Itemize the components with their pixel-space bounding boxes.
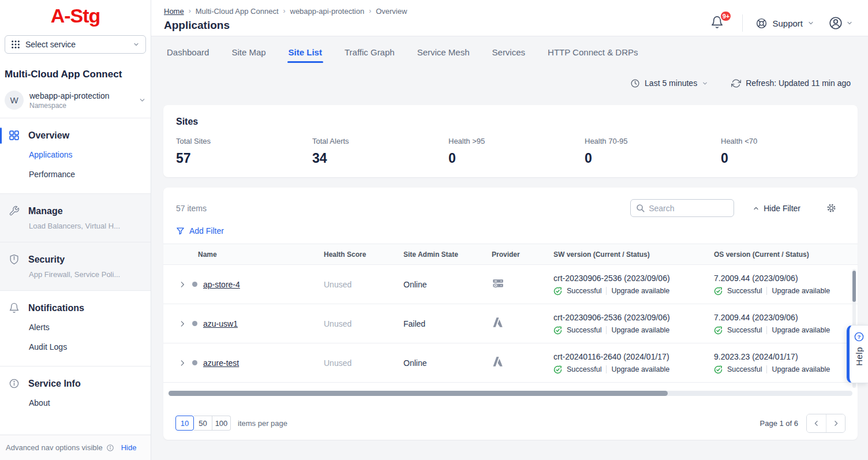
expand-row-button[interactable]: [178, 281, 186, 289]
namespace-selector[interactable]: W webapp-api-protection Namespace: [0, 84, 151, 118]
table-settings-button[interactable]: [826, 203, 837, 214]
column-header-os-version[interactable]: OS version (Current / Status): [714, 250, 858, 259]
breadcrumb-service[interactable]: Multi-Cloud App Connect: [196, 7, 279, 16]
tab-site-list[interactable]: Site List: [287, 44, 323, 63]
table-toolbar: 57 items Hide Filter: [163, 188, 858, 217]
sidebar-item-service-info[interactable]: Service Info: [0, 375, 151, 393]
chevron-down-icon: [846, 20, 853, 27]
tab-services[interactable]: Services: [491, 44, 527, 63]
sidebar-item-applications[interactable]: Applications: [0, 145, 151, 164]
horizontal-scrollbar-thumb[interactable]: [169, 391, 668, 396]
add-filter-button[interactable]: Add Filter: [163, 217, 237, 244]
column-header-provider[interactable]: Provider: [492, 250, 553, 259]
help-tab-label: Help: [854, 347, 864, 366]
sidebar-item-about[interactable]: About: [0, 393, 151, 413]
hide-filter-label: Hide Filter: [764, 204, 800, 213]
sidebar-item-label: Security: [28, 255, 65, 265]
tab-traffic-graph[interactable]: Traffic Graph: [343, 44, 396, 63]
column-header-name[interactable]: Name: [163, 250, 324, 259]
os-upgrade-label: Upgrade available: [772, 326, 830, 334]
sidebar: A-Stg Select service Multi-Cloud App Con…: [0, 0, 151, 460]
search-input[interactable]: [649, 204, 724, 213]
os-upgrade-label: Upgrade available: [772, 365, 830, 373]
sw-version-value: crt-20230906-2536 (2023/09/06): [553, 313, 708, 322]
breadcrumb-namespace[interactable]: webapp-api-protection: [290, 7, 365, 16]
site-status-dot: [192, 360, 197, 365]
content-area: Dashboard Site Map Site List Traffic Gra…: [151, 36, 868, 460]
refresh-status-label: Refresh: Updated 11 min ago: [746, 78, 851, 88]
hide-advanced-nav-link[interactable]: Hide: [121, 443, 137, 452]
tab-site-map[interactable]: Site Map: [230, 44, 267, 63]
os-upgrade-label: Upgrade available: [772, 287, 830, 295]
site-name-link[interactable]: azure-test: [203, 358, 239, 368]
column-header-health-score[interactable]: Health Score: [324, 250, 403, 259]
active-indicator: [0, 128, 2, 144]
advanced-nav-label: Advanced nav options visible: [6, 443, 103, 452]
sw-upgrade-label: Upgrade available: [611, 287, 669, 295]
select-service-dropdown[interactable]: Select service: [5, 35, 146, 54]
success-icon: [553, 326, 562, 335]
sites-stats: Total Sites 57 Total Alerts 34 Health >9…: [176, 137, 845, 166]
search-box: [630, 199, 734, 217]
breadcrumb-home[interactable]: Home: [164, 7, 184, 16]
site-name-link[interactable]: azu-usw1: [203, 319, 238, 328]
column-header-site-admin-state[interactable]: Site Admin State: [403, 250, 492, 259]
tab-dashboard[interactable]: Dashboard: [166, 44, 210, 63]
vertical-scrollbar-thumb[interactable]: [852, 271, 856, 302]
page-size-50[interactable]: 50: [194, 416, 212, 431]
site-name-link[interactable]: ap-store-4: [203, 280, 240, 289]
sidebar-item-label: Overview: [28, 130, 69, 141]
help-tab[interactable]: ? Help: [847, 325, 868, 383]
select-service-label: Select service: [25, 40, 128, 49]
table-row: azu-usw1 Unused Failed crt-20230906-2536…: [163, 304, 858, 343]
sidebar-item-performance[interactable]: Performance: [0, 164, 151, 184]
time-range-dropdown[interactable]: Last 5 minutes: [630, 78, 708, 88]
refresh-icon: [731, 78, 741, 88]
account-menu[interactable]: [828, 16, 853, 31]
refresh-button[interactable]: Refresh: Updated 11 min ago: [731, 78, 851, 88]
sidebar-item-alerts[interactable]: Alerts: [0, 317, 151, 337]
page-size-100[interactable]: 100: [212, 416, 231, 431]
breadcrumb-overview[interactable]: Overview: [376, 7, 407, 16]
admin-state-value: Online: [403, 280, 492, 289]
success-icon: [714, 287, 723, 296]
expand-row-button[interactable]: [178, 359, 186, 367]
breadcrumb-separator: ›: [189, 7, 191, 15]
breadcrumb: Home › Multi-Cloud App Connect › webapp-…: [164, 6, 407, 16]
health-score-value: Unused: [324, 319, 403, 328]
namespace-type-label: Namespace: [29, 102, 133, 110]
support-menu[interactable]: Support: [755, 17, 828, 29]
notifications-button[interactable]: 9+: [705, 13, 729, 33]
sidebar-item-audit-logs[interactable]: Audit Logs: [0, 337, 151, 357]
namespace-avatar: W: [5, 91, 24, 110]
sidebar-item-label: Service Info: [28, 379, 81, 389]
os-status-label: Successful: [727, 365, 762, 373]
sidebar-item-overview[interactable]: Overview: [0, 126, 151, 145]
site-status-dot: [192, 321, 197, 326]
divider: [766, 365, 767, 373]
nav-section-overview: Overview Applications Performance: [0, 118, 151, 193]
azure-icon: [492, 316, 504, 328]
tab-service-mesh[interactable]: Service Mesh: [416, 44, 471, 63]
previous-page-button[interactable]: [807, 414, 826, 432]
f5-appliance-icon: [492, 277, 504, 290]
shield-icon: [9, 254, 20, 265]
tab-http-connect-drps[interactable]: HTTP Connect & DRPs: [547, 44, 639, 63]
chevron-down-icon: [807, 20, 814, 27]
os-version-value: 7.2009.44 (2023/09/06): [714, 274, 852, 283]
app-launcher-icon: [11, 40, 20, 49]
sidebar-item-notifications[interactable]: Notifications: [0, 299, 151, 317]
sidebar-item-manage[interactable]: Manage: [0, 202, 151, 220]
next-page-button[interactable]: [826, 414, 845, 432]
stat-health-lt70: Health <70 0: [721, 137, 857, 166]
expand-row-button[interactable]: [178, 320, 186, 328]
success-icon: [553, 365, 562, 374]
chevron-down-icon: [702, 80, 708, 87]
page-size-10[interactable]: 10: [175, 416, 194, 431]
divider: [742, 14, 743, 32]
sidebar-item-security[interactable]: Security: [0, 250, 151, 269]
hide-filter-button[interactable]: Hide Filter: [753, 204, 800, 213]
success-icon: [714, 365, 723, 374]
column-header-sw-version[interactable]: SW version (Current / Status): [553, 250, 714, 259]
page-info: Page 1 of 6: [760, 419, 799, 428]
